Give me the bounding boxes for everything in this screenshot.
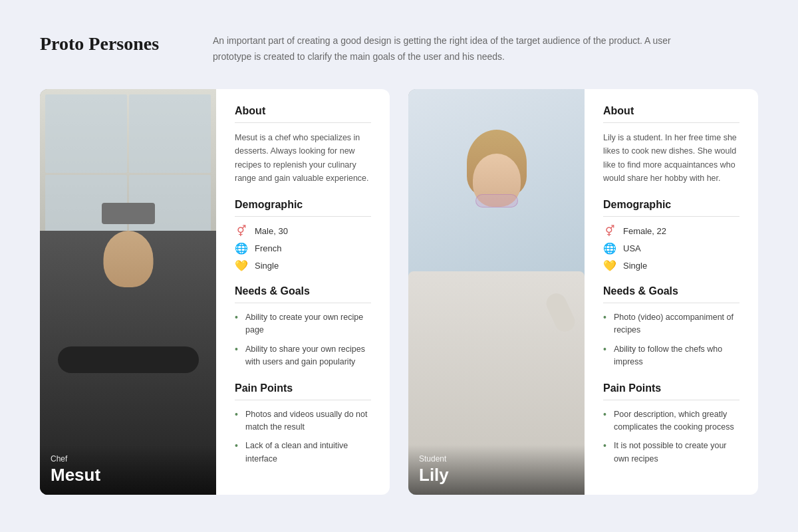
needs-section-mesut: Needs & Goals Ability to create your own… [235, 285, 371, 369]
needs-title-mesut: Needs & Goals [235, 285, 371, 297]
demo-location-text-mesut: French [255, 243, 281, 253]
needs-title-lily: Needs & Goals [603, 285, 739, 297]
pain-list-mesut: Photos and videos usually do not match t… [235, 408, 371, 466]
needs-divider-mesut [235, 303, 371, 303]
about-text-mesut: Mesut is a chef who specializes in desse… [235, 131, 371, 186]
demographic-divider-mesut [235, 216, 371, 217]
persona-label-lily: Student Lily [408, 445, 585, 495]
persona-photo-mesut: Chef Mesut [40, 89, 216, 495]
demo-gender-text-mesut: Male, 30 [255, 226, 288, 236]
gender-icon-mesut: ⚥ [235, 225, 248, 237]
pain-list-lily: Poor description, which greatly complica… [603, 408, 739, 466]
needs-section-lily: Needs & Goals Photo (video) accompanimen… [603, 285, 739, 369]
page: Proto Persones An important part of crea… [0, 0, 798, 532]
pain-item-lily-0: Poor description, which greatly complica… [603, 408, 739, 434]
needs-divider-lily [603, 303, 739, 303]
demo-status-text-mesut: Single [255, 261, 279, 271]
persona-card-lily: Student Lily About Lily is a student. In… [408, 89, 758, 495]
ring-icon-mesut: 💛 [235, 259, 248, 272]
globe-icon-mesut: 🌐 [235, 242, 248, 255]
demographic-section-lily: Demographic ⚥ Female, 22 🌐 USA 💛 Single [603, 199, 739, 272]
demo-status-mesut: 💛 Single [235, 259, 371, 272]
persona-photo-lily: Student Lily [408, 89, 585, 495]
ring-icon-lily: 💛 [603, 259, 616, 272]
demo-location-mesut: 🌐 French [235, 242, 371, 255]
persona-label-mesut: Chef Mesut [40, 445, 216, 495]
about-divider-lily [603, 122, 739, 123]
page-title: Proto Persones [40, 33, 173, 55]
persona-info-mesut: About Mesut is a chef who specializes in… [216, 89, 390, 495]
cards-row: Chef Mesut About Mesut is a chef who spe… [40, 89, 758, 495]
demo-gender-lily: ⚥ Female, 22 [603, 225, 739, 237]
about-title-lily: About [603, 105, 739, 117]
gender-icon-lily: ⚥ [603, 225, 616, 237]
about-divider-mesut [235, 122, 371, 123]
globe-icon-lily: 🌐 [603, 242, 616, 255]
demo-gender-text-lily: Female, 22 [623, 226, 666, 236]
pain-title-mesut: Pain Points [235, 382, 371, 394]
about-title-mesut: About [235, 105, 371, 117]
about-text-lily: Lily is a student. In her free time she … [603, 131, 739, 186]
pain-item-lily-1: It is not possible to create your own re… [603, 440, 739, 466]
chef-silhouette [40, 89, 216, 495]
pain-section-lily: Pain Points Poor description, which grea… [603, 382, 739, 466]
page-description: An important part of creating a good des… [213, 33, 678, 65]
needs-list-mesut: Ability to create your own recipe page A… [235, 311, 371, 369]
persona-name-lily: Lily [419, 465, 574, 485]
demo-status-lily: 💛 Single [603, 259, 739, 272]
persona-name-mesut: Mesut [51, 465, 205, 485]
demographic-divider-lily [603, 216, 739, 217]
demo-location-lily: 🌐 USA [603, 242, 739, 255]
header: Proto Persones An important part of crea… [40, 33, 758, 65]
demographic-title-mesut: Demographic [235, 199, 371, 211]
pain-divider-mesut [235, 400, 371, 400]
persona-role-lily: Student [419, 454, 574, 464]
demographic-section-mesut: Demographic ⚥ Male, 30 🌐 French 💛 Single [235, 199, 371, 272]
pain-item-mesut-0: Photos and videos usually do not match t… [235, 408, 371, 434]
demographic-title-lily: Demographic [603, 199, 739, 211]
persona-card-mesut: Chef Mesut About Mesut is a chef who spe… [40, 89, 390, 495]
pain-title-lily: Pain Points [603, 382, 739, 394]
pain-divider-lily [603, 400, 739, 400]
persona-info-lily: About Lily is a student. In her free tim… [585, 89, 758, 495]
needs-list-lily: Photo (video) accompaniment of recipes A… [603, 311, 739, 369]
demo-location-text-lily: USA [623, 243, 641, 253]
pain-item-mesut-1: Lack of a clean and intuitive interface [235, 440, 371, 466]
persona-role-mesut: Chef [51, 454, 205, 464]
need-item-mesut-0: Ability to create your own recipe page [235, 311, 371, 337]
need-item-mesut-1: Ability to share your own recipes with u… [235, 343, 371, 369]
need-item-lily-1: Ability to follow the chefs who impress [603, 343, 739, 369]
student-silhouette [408, 89, 585, 495]
demo-status-text-lily: Single [623, 261, 647, 271]
need-item-lily-0: Photo (video) accompaniment of recipes [603, 311, 739, 337]
demo-gender-mesut: ⚥ Male, 30 [235, 225, 371, 237]
pain-section-mesut: Pain Points Photos and videos usually do… [235, 382, 371, 466]
